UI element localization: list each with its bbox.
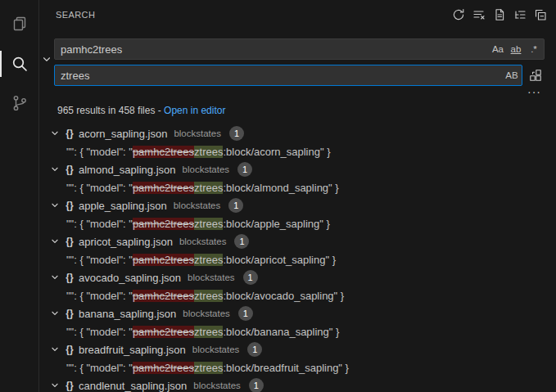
replace-input-row: ztrees AB [54, 65, 545, 86]
match-text-removed: pamhc2trees [133, 290, 194, 302]
search-result-file-row[interactable]: {} acorn_sapling.json blockstates 1 [39, 124, 556, 142]
match-text-before: "": { "model": " [66, 254, 133, 266]
search-result-file-row[interactable]: {} almond_sapling.json blockstates 1 [39, 160, 556, 178]
open-new-search-editor-button[interactable] [490, 6, 509, 24]
search-match-row[interactable]: "": { "model": " pamhc2trees ztrees :blo… [39, 178, 556, 196]
match-whole-word-toggle[interactable]: ab [508, 41, 524, 57]
search-match-row[interactable]: "": { "model": " pamhc2trees ztrees :blo… [39, 286, 556, 304]
chevron-down-icon[interactable] [48, 307, 61, 320]
file-folder: blockstates [188, 273, 235, 282]
panel-header: SEARCH [39, 0, 556, 29]
match-text-before: "": { "model": " [66, 146, 133, 158]
match-text-after: :block/apricot_sapling" } [223, 254, 336, 266]
json-file-icon: {} [63, 236, 76, 247]
activity-bar [0, 0, 39, 392]
match-text-before: "": { "model": " [66, 362, 133, 374]
file-name: apricot_sapling.json [79, 236, 173, 248]
activity-item-search[interactable] [0, 44, 38, 83]
file-folder: blockstates [174, 128, 221, 138]
file-name: acorn_sapling.json [79, 128, 167, 140]
json-file-icon: {} [63, 128, 76, 139]
match-text-added: ztrees [194, 362, 223, 374]
match-text-added: ztrees [194, 218, 223, 230]
preserve-case-label: AB [505, 70, 518, 80]
match-text-after: :block/almond_sapling" } [223, 182, 338, 194]
replace-all-icon [529, 69, 542, 82]
match-text-before: "": { "model": " [66, 290, 133, 302]
match-count-badge: 1 [229, 126, 244, 141]
chevron-down-icon[interactable] [48, 379, 61, 392]
match-whole-word-label: ab [511, 44, 522, 54]
chevron-down-icon[interactable] [48, 235, 61, 248]
results-summary: 965 results in 458 files - Open in edito… [39, 99, 556, 123]
chevron-down-icon[interactable] [48, 163, 61, 176]
preserve-case-toggle[interactable]: AB [504, 67, 520, 83]
search-match-row[interactable]: "": { "model": " pamhc2trees ztrees :blo… [39, 214, 556, 232]
search-match-row[interactable]: "": { "model": " pamhc2trees ztrees :blo… [39, 250, 556, 268]
match-text-removed: pamhc2trees [133, 362, 194, 374]
match-text-added: ztrees [194, 182, 223, 194]
match-count-badge: 1 [238, 306, 253, 321]
file-folder: blockstates [193, 381, 241, 390]
chevron-down-icon[interactable] [48, 271, 61, 284]
search-result-file-row[interactable]: {} apricot_sapling.json blockstates 1 [39, 232, 556, 250]
refresh-button[interactable] [450, 6, 468, 24]
activity-item-source-control[interactable] [0, 83, 38, 123]
match-text-before: "": { "model": " [66, 182, 133, 194]
json-file-icon: {} [63, 344, 76, 355]
use-regex-toggle[interactable]: .* [526, 41, 542, 57]
search-input[interactable]: pamhc2trees Aa ab .* [54, 38, 545, 60]
open-in-editor-link[interactable]: Open in editor [164, 105, 225, 116]
replace-all-button[interactable] [527, 66, 545, 84]
file-name: apple_sapling.json [79, 200, 167, 212]
search-input-value: pamhc2trees [61, 43, 490, 56]
match-case-toggle[interactable]: Aa [490, 41, 506, 57]
results-summary-separator: - [155, 105, 164, 116]
vscode-window: SEARCH [0, 0, 556, 392]
match-count-badge: 1 [249, 378, 264, 392]
match-text-removed: pamhc2trees [133, 254, 194, 266]
file-folder: blockstates [183, 164, 230, 174]
collapse-all-button[interactable] [531, 6, 549, 24]
replace-input[interactable]: ztrees AB [54, 65, 522, 86]
search-match-row[interactable]: "": { "model": " pamhc2trees ztrees :blo… [39, 322, 556, 340]
search-inputs-block: pamhc2trees Aa ab .* [39, 29, 556, 86]
json-file-icon: {} [63, 308, 76, 319]
match-text-removed: pamhc2trees [133, 218, 194, 230]
clear-search-results-button[interactable] [470, 6, 488, 24]
activity-item-explorer[interactable] [0, 5, 38, 44]
search-result-file-row[interactable]: {} banana_sapling.json blockstates 1 [39, 304, 556, 322]
chevron-down-icon[interactable] [48, 199, 61, 212]
search-input-row: pamhc2trees Aa ab .* [54, 38, 545, 60]
search-match-row[interactable]: "": { "model": " pamhc2trees ztrees :blo… [39, 358, 556, 376]
file-name: banana_sapling.json [79, 308, 176, 320]
collapse-all-icon [534, 8, 547, 21]
search-result-file-row[interactable]: {} apple_sapling.json blockstates 1 [39, 196, 556, 214]
search-result-file-row[interactable]: {} breadfruit_sapling.json blockstates 1 [39, 340, 556, 358]
match-text-after: :block/banana_sapling" } [223, 326, 339, 338]
search-result-file-row[interactable]: {} avocado_sapling.json blockstates 1 [39, 268, 556, 286]
search-result-file-row[interactable]: {} candlenut_sapling.json blockstates 1 [39, 376, 556, 392]
chevron-down-icon[interactable] [48, 343, 61, 356]
search-icon [10, 54, 29, 74]
match-text-after: :block/apple_sapling" } [223, 218, 329, 230]
toggle-replace-button[interactable] [40, 50, 53, 68]
view-as-list-button[interactable] [511, 6, 529, 24]
more-actions-row: ··· [39, 88, 556, 99]
chevron-down-icon[interactable] [48, 127, 61, 140]
search-results-tree: {} acorn_sapling.json blockstates 1 "": … [39, 123, 556, 392]
file-name: breadfruit_sapling.json [79, 344, 186, 356]
json-file-icon: {} [63, 380, 76, 391]
match-text-after: :block/avocado_sapling" } [223, 290, 344, 302]
file-folder: blockstates [192, 345, 240, 354]
replace-input-value: ztrees [61, 70, 504, 82]
search-panel: SEARCH [39, 0, 556, 392]
match-count-badge: 1 [247, 342, 262, 357]
results-summary-text: 965 results in 458 files [57, 105, 155, 116]
match-text-before: "": { "model": " [66, 218, 133, 230]
match-text-added: ztrees [194, 326, 223, 338]
match-text-added: ztrees [194, 146, 223, 158]
search-match-row[interactable]: "": { "model": " pamhc2trees ztrees :blo… [39, 142, 556, 160]
toggle-search-details-button[interactable]: ··· [527, 88, 541, 99]
file-folder: blockstates [174, 201, 221, 210]
